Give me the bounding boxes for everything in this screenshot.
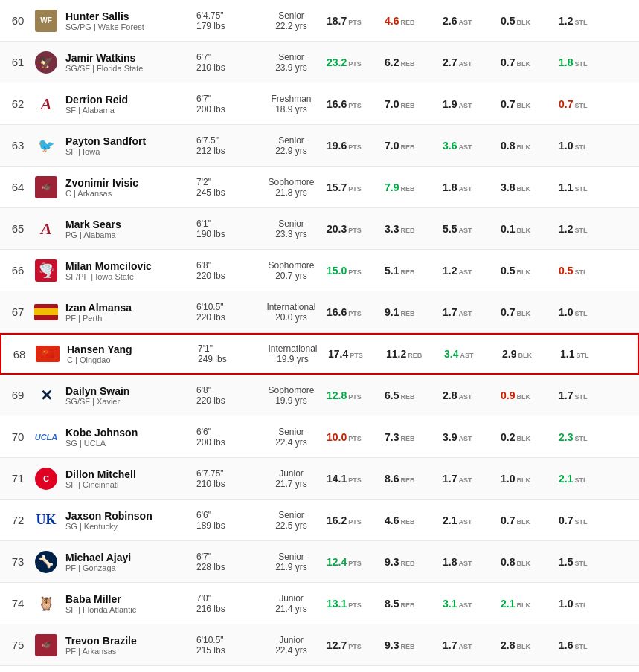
table-row: 60 WF Hunter Sallis SG/PG | Wake Forest …	[0, 0, 639, 42]
player-name: Mark Sears	[65, 219, 196, 230]
player-measurements: 6'10.5" 215 lbs	[196, 635, 256, 656]
player-detail: SG | Kentucky	[65, 522, 196, 531]
stat-pts: 19.6 PTS	[327, 140, 380, 152]
table-row: 74 🦉 Baba Miller SF | Florida Atlantic 7…	[0, 583, 639, 624]
player-class-age: Senior 22.9 yrs	[256, 135, 327, 156]
stat-ast: 3.9 AST	[443, 431, 496, 443]
stat-blk: 0.7 BLK	[501, 56, 554, 68]
stat-pts: 15.7 PTS	[327, 181, 380, 193]
player-class-age: Freshman 18.9 yrs	[256, 94, 327, 114]
stat-reb: 9.3 REB	[385, 556, 438, 568]
team-logo	[30, 304, 62, 320]
player-name: Jaxson Robinson	[65, 510, 196, 522]
table-row: 71 C Dillon Mitchell SF | Cincinnati 6'7…	[0, 458, 639, 500]
stat-reb: 6.5 REB	[385, 390, 438, 401]
player-class-age: Sophomore 21.8 yrs	[256, 177, 327, 198]
player-name: Hansen Yang	[67, 343, 198, 355]
player-rank: 72	[6, 514, 30, 526]
player-detail: PF | Arkansas	[65, 647, 196, 656]
player-stats: 19.6 PTS 7.0 REB 3.6 AST 0.8 BLK 1.0 STL	[327, 140, 633, 152]
stat-reb: 7.0 REB	[385, 98, 438, 110]
player-info: Hunter Sallis SG/PG | Wake Forest	[62, 10, 196, 31]
player-info: Trevon Brazile PF | Arkansas	[62, 635, 196, 656]
stat-stl: 1.8 STL	[559, 56, 612, 68]
stat-pts: 17.4 PTS	[328, 348, 382, 360]
player-name: Dailyn Swain	[65, 385, 196, 397]
player-measurements: 6'7.75" 210 lbs	[196, 468, 256, 489]
stat-pts: 16.6 PTS	[327, 98, 380, 110]
player-measurements: 6'7" 200 lbs	[196, 94, 256, 114]
player-name: Izan Almansa	[65, 302, 196, 314]
stat-stl: 0.5 STL	[559, 265, 612, 277]
player-info: Zvonimir Ivisic C | Arkansas	[62, 177, 196, 198]
stat-blk: 0.7 BLK	[501, 306, 554, 318]
player-detail: SG/SF | Xavier	[65, 397, 196, 406]
player-detail: C | Qingdao	[67, 355, 198, 364]
stat-stl: 1.6 STL	[559, 639, 612, 651]
player-class-age: Senior 21.9 yrs	[256, 552, 327, 572]
stat-blk: 0.9 BLK	[501, 390, 554, 401]
stat-reb: 9.1 REB	[385, 306, 438, 318]
player-stats: 20.3 PTS 3.3 REB 5.5 AST 0.1 BLK 1.2 STL	[327, 223, 633, 235]
stat-reb: 6.2 REB	[385, 56, 438, 68]
table-row: 67 Izan Almansa PF | Perth 6'10.5" 220 l…	[0, 291, 639, 333]
team-logo: A	[30, 218, 62, 240]
player-stats: 12.7 PTS 9.3 REB 1.7 AST 2.8 BLK 1.6 STL	[327, 639, 633, 651]
player-info: Payton Sandfort SF | Iowa	[62, 135, 196, 156]
player-stats: 13.1 PTS 8.5 REB 3.1 AST 2.1 BLK 1.0 STL	[327, 598, 633, 610]
player-stats: 14.1 PTS 8.6 REB 1.7 AST 1.0 BLK 2.1 STL	[327, 473, 633, 485]
stat-reb: 4.6 REB	[385, 514, 438, 526]
player-measurements: 6'6" 200 lbs	[196, 427, 256, 448]
stat-blk: 0.8 BLK	[501, 556, 554, 568]
player-rank: 63	[6, 139, 30, 152]
player-name: Derrion Reid	[65, 94, 196, 106]
player-name: Dillon Mitchell	[65, 468, 196, 480]
team-logo: ✕	[30, 384, 62, 407]
stat-pts: 12.7 PTS	[327, 639, 380, 651]
player-detail: SG | UCLA	[65, 439, 196, 448]
table-row: 72 UK Jaxson Robinson SG | Kentucky 6'6"…	[0, 500, 639, 541]
stat-stl: 1.1 STL	[560, 348, 614, 360]
stat-ast: 3.6 AST	[443, 140, 496, 152]
stat-pts: 18.7 PTS	[327, 15, 380, 27]
stat-stl: 1.0 STL	[559, 140, 612, 152]
player-measurements: 6'1" 190 lbs	[196, 219, 256, 239]
stat-pts: 20.3 PTS	[327, 223, 380, 235]
stat-blk: 0.5 BLK	[501, 265, 554, 277]
player-measurements: 6'7" 210 lbs	[196, 52, 256, 73]
table-row: 65 A Mark Sears PG | Alabama 6'1" 190 lb…	[0, 208, 639, 250]
player-info: Jamir Watkins SG/SF | Florida State	[62, 52, 196, 73]
player-name: Milan Momcilovic	[65, 260, 196, 272]
player-stats: 18.7 PTS 4.6 REB 2.6 AST 0.5 BLK 1.2 STL	[327, 15, 633, 27]
stat-ast: 2.6 AST	[443, 15, 496, 27]
stat-stl: 1.2 STL	[559, 223, 612, 235]
player-detail: SG/PG | Wake Forest	[65, 22, 196, 31]
team-logo: UCLA	[30, 426, 62, 448]
stat-pts: 16.6 PTS	[327, 306, 380, 318]
player-class-age: Senior 22.4 yrs	[256, 427, 327, 448]
team-logo: A	[30, 93, 62, 115]
player-class-age: Junior 22.4 yrs	[256, 635, 327, 656]
stat-reb: 5.1 REB	[385, 265, 438, 277]
player-stats: 16.6 PTS 9.1 REB 1.7 AST 0.7 BLK 1.0 STL	[327, 306, 633, 318]
player-measurements: 7'1" 249 lbs	[198, 343, 257, 364]
player-info: Hansen Yang C | Qingdao	[64, 343, 198, 364]
stat-blk: 2.8 BLK	[501, 639, 554, 651]
player-class-age: International 20.0 yrs	[256, 302, 327, 323]
player-info: Baba Miller SF | Florida Atlantic	[62, 593, 196, 614]
team-logo: 🌪️	[30, 259, 62, 282]
player-rank: 68	[7, 348, 31, 361]
stat-blk: 0.8 BLK	[501, 140, 554, 152]
table-row: 64 🐗 Zvonimir Ivisic C | Arkansas 7'2" 2…	[0, 167, 639, 208]
stat-reb: 8.6 REB	[385, 473, 438, 485]
stat-blk: 0.2 BLK	[501, 431, 554, 443]
stat-reb: 3.3 REB	[385, 223, 438, 235]
player-class-age: Sophomore 20.7 yrs	[256, 260, 327, 281]
stat-reb: 7.0 REB	[385, 140, 438, 152]
player-info: Dillon Mitchell SF | Cincinnati	[62, 468, 196, 489]
player-class-age: Senior 23.3 yrs	[256, 219, 327, 239]
stat-stl: 1.5 STL	[559, 556, 612, 568]
table-row: 75 🐗 Trevon Brazile PF | Arkansas 6'10.5…	[0, 624, 639, 666]
player-rank: 64	[6, 181, 30, 193]
stat-stl: 1.2 STL	[559, 15, 612, 27]
